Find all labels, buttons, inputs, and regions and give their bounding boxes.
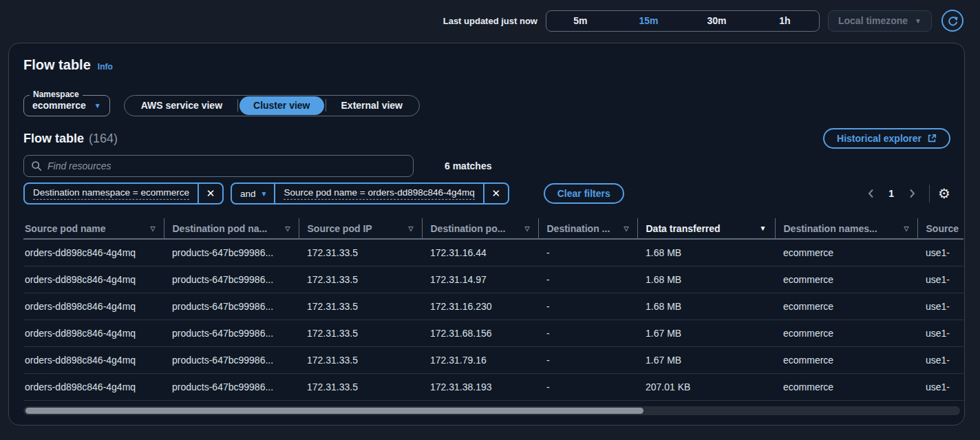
cell-dest-pod: products-647bc99986... [164,346,299,373]
chevron-right-icon[interactable] [903,185,921,202]
close-icon[interactable]: ✕ [484,184,508,203]
cell-destination: - [538,373,637,400]
col-destination-pod-ip[interactable]: Destination po...▽ [422,218,538,239]
refresh-button[interactable] [941,10,963,32]
cell-data-transferred: 1.68 MB [637,239,775,266]
cell-source-az: use1- [917,373,963,400]
cell-dest-ip: 172.31.14.97 [422,266,538,293]
cell-dest-pod: products-647bc99986... [164,239,299,266]
cell-dest-pod: products-647bc99986... [164,319,299,346]
table-header-row: Source pod name▽ Destination pod na...▽ … [23,218,963,239]
cell-data-transferred: 1.68 MB [637,266,775,293]
panel-title: Flow table [23,57,91,73]
clear-filters-label: Clear filters [557,188,610,199]
time-range-1h[interactable]: 1h [751,11,819,30]
resource-search [23,155,414,177]
segment-divider [237,99,238,112]
cell-source-pod: orders-dd898c846-4g4mq [23,373,164,400]
col-destination[interactable]: Destination ...▽ [538,218,637,239]
chevron-left-icon[interactable] [862,185,880,202]
cell-source-ip: 172.31.33.5 [299,319,422,346]
col-source-pod-ip[interactable]: Source pod IP▽ [299,218,422,239]
cell-data-transferred: 207.01 KB [637,373,775,400]
cell-dest-namespace: ecommerce [775,266,917,293]
cell-source-ip: 172.31.33.5 [299,239,422,266]
timezone-dropdown[interactable]: Local timezone ▼ [828,10,932,32]
filter-token-label[interactable]: Destination namespace = ecommerce [25,184,198,203]
filter-caret-icon: ▽ [405,225,414,232]
flow-table-panel: Flow table Info Namespace ecommerce ▼ AW… [8,43,965,426]
cell-source-ip: 172.31.33.5 [299,293,422,319]
horizontal-scrollbar[interactable] [23,406,960,415]
filter-token-destination-namespace: Destination namespace = ecommerce ✕ [23,182,224,205]
filter-caret-icon: ▽ [521,225,530,232]
cell-dest-ip: 172.31.16.44 [422,239,538,266]
view-segmented-control: AWS service view Cluster view External v… [124,95,420,116]
cell-dest-pod: products-647bc99986... [164,373,299,400]
col-destination-namespace[interactable]: Destination names...▽ [775,218,917,239]
time-range-5m[interactable]: 5m [546,11,615,30]
table-section-title: Flow table [23,132,84,145]
cell-source-pod: orders-dd898c846-4g4mq [23,266,164,293]
sort-caret-icon: ▼ [756,224,767,232]
cell-source-pod: orders-dd898c846-4g4mq [23,319,164,346]
cell-destination: - [538,266,637,293]
cell-source-pod: orders-dd898c846-4g4mq [23,239,164,266]
view-aws-service[interactable]: AWS service view [126,96,237,115]
cell-source-pod: orders-dd898c846-4g4mq [23,293,164,319]
time-range-15m[interactable]: 15m [615,11,683,30]
cell-source-ip: 172.31.33.5 [299,346,422,373]
table-row: orders-dd898c846-4g4mqproducts-647bc9998… [23,239,963,266]
table-row: orders-dd898c846-4g4mqproducts-647bc9998… [23,373,963,400]
cell-destination: - [538,239,637,266]
view-external[interactable]: External view [326,96,418,115]
cell-destination: - [538,293,637,319]
cell-data-transferred: 1.67 MB [637,346,775,373]
cell-dest-ip: 172.31.38.193 [422,373,538,400]
filter-caret-icon: ▽ [620,225,629,232]
cell-dest-ip: 172.31.68.156 [422,319,538,346]
filter-caret-icon: ▽ [900,225,909,232]
filter-token-source-pod: and ▼ Source pod name = orders-dd898c846… [231,182,509,205]
namespace-select-label: Namespace [30,90,83,99]
col-source-clipped[interactable]: Source [917,218,963,239]
historical-explorer-button[interactable]: Historical explorer [823,128,950,149]
namespace-select-value: ecommerce [32,100,86,111]
cell-dest-pod: products-647bc99986... [164,293,299,319]
cell-source-ip: 172.31.33.5 [299,373,422,400]
col-source-pod-name[interactable]: Source pod name▽ [23,218,164,239]
pager-divider [929,185,930,202]
table-row: orders-dd898c846-4g4mqproducts-647bc9998… [23,319,963,346]
flow-table: Source pod name▽ Destination pod na...▽ … [23,218,963,401]
filter-operator-label: and [240,189,256,199]
cell-dest-namespace: ecommerce [775,239,917,266]
namespace-select[interactable]: Namespace ecommerce ▼ [23,95,110,116]
cell-dest-ip: 172.31.79.16 [422,346,538,373]
refresh-icon [947,15,959,27]
cell-dest-namespace: ecommerce [775,346,917,373]
page-number[interactable]: 1 [884,188,899,199]
search-input[interactable] [47,160,406,171]
scrollbar-thumb[interactable] [25,408,643,414]
cell-dest-ip: 172.31.16.230 [422,293,538,319]
timezone-label: Local timezone [838,15,908,26]
col-data-transferred[interactable]: Data transferred▼ [637,218,775,239]
filter-operator-dropdown[interactable]: and ▼ [232,184,274,203]
time-range-30m[interactable]: 30m [683,11,751,30]
match-count: 6 matches [445,160,491,171]
close-icon[interactable]: ✕ [199,184,222,203]
chevron-down-icon: ▼ [94,102,101,109]
cell-dest-namespace: ecommerce [775,293,917,319]
info-link[interactable]: Info [98,62,113,72]
cell-data-transferred: 1.68 MB [637,293,775,319]
chevron-down-icon: ▼ [261,190,268,198]
col-destination-pod-name[interactable]: Destination pod na...▽ [164,218,299,239]
view-cluster[interactable]: Cluster view [239,96,323,115]
filter-token-label[interactable]: Source pod name = orders-dd898c846-4g4mq [275,184,482,203]
cell-source-ip: 172.31.33.5 [299,266,422,293]
cell-destination: - [538,346,637,373]
gear-icon[interactable]: ⚙ [938,185,950,202]
cell-source-pod: orders-dd898c846-4g4mq [23,346,164,373]
clear-filters-button[interactable]: Clear filters [544,183,624,204]
cell-source-az: use1- [917,293,963,319]
